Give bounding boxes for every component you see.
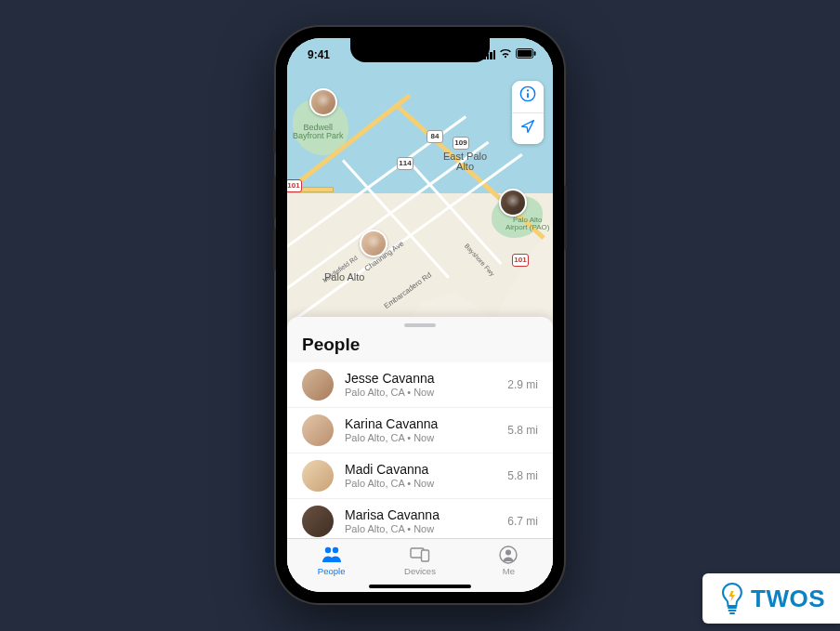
person-pin[interactable] — [360, 230, 387, 257]
tab-label: Devices — [404, 566, 436, 576]
route-shield: 101 — [287, 179, 302, 192]
svg-point-7 — [332, 547, 337, 553]
person-row[interactable]: Jesse Cavanna Palo Alto, CA • Now 2.9 mi — [287, 362, 553, 408]
location-arrow-icon — [520, 119, 535, 138]
avatar — [302, 506, 334, 537]
map-label-city: East Palo Alto — [443, 151, 487, 173]
person-info: Madi Cavanna Palo Alto, CA • Now — [345, 462, 496, 489]
people-sheet[interactable]: People Jesse Cavanna Palo Alto, CA • Now… — [287, 317, 553, 538]
person-info: Karina Cavanna Palo Alto, CA • Now — [345, 416, 496, 443]
lightbulb-icon — [719, 582, 745, 615]
side-button-power — [564, 185, 567, 250]
info-circle-icon — [519, 85, 536, 107]
svg-rect-1 — [518, 49, 532, 56]
svg-point-6 — [324, 547, 330, 553]
map-controls — [512, 81, 544, 144]
people-icon — [321, 545, 343, 565]
person-info: Jesse Cavanna Palo Alto, CA • Now — [345, 371, 496, 398]
map-info-button[interactable] — [512, 81, 544, 112]
person-name: Jesse Cavanna — [345, 371, 496, 386]
route-shield: 114 — [397, 157, 413, 170]
notch — [350, 38, 490, 62]
person-distance: 6.7 mi — [507, 515, 538, 528]
phone-frame: 9:41 — [276, 27, 564, 603]
avatar — [302, 414, 334, 446]
route-shield: 84 — [427, 130, 443, 143]
svg-point-4 — [527, 89, 529, 91]
person-distance: 2.9 mi — [507, 378, 538, 391]
tab-people[interactable]: People — [287, 539, 375, 583]
devices-icon — [410, 545, 430, 565]
person-subtitle: Palo Alto, CA • Now — [345, 432, 496, 443]
route-shield: 101 — [512, 254, 529, 267]
watermark-text: TWOS — [751, 585, 825, 613]
person-row[interactable]: Marisa Cavanna Palo Alto, CA • Now 6.7 m… — [287, 499, 553, 538]
tab-me[interactable]: Me — [465, 539, 553, 583]
home-indicator[interactable] — [369, 585, 471, 588]
tab-devices[interactable]: Devices — [375, 539, 464, 583]
map-label-airport: Palo Alto Airport (PAO) — [505, 217, 549, 232]
canvas: 9:41 — [0, 0, 840, 631]
person-info: Marisa Cavanna Palo Alto, CA • Now — [345, 507, 496, 534]
avatar — [302, 460, 334, 492]
person-pin[interactable] — [309, 88, 337, 116]
person-row[interactable]: Karina Cavanna Palo Alto, CA • Now 5.8 m… — [287, 408, 553, 454]
person-distance: 5.8 mi — [507, 424, 538, 437]
status-time: 9:41 — [308, 48, 330, 61]
person-subtitle: Palo Alto, CA • Now — [345, 478, 496, 489]
svg-rect-2 — [534, 51, 536, 56]
svg-rect-5 — [527, 93, 529, 98]
person-name: Madi Cavanna — [345, 462, 496, 477]
sheet-title: People — [287, 331, 553, 362]
sheet-grabber[interactable] — [404, 323, 436, 327]
map-locate-button[interactable] — [512, 112, 544, 144]
side-button-silent — [273, 129, 276, 153]
map-label-freeway: Bayshore Fwy — [464, 242, 496, 277]
person-name: Karina Cavanna — [345, 416, 496, 431]
tab-label: Me — [503, 566, 515, 576]
person-subtitle: Palo Alto, CA • Now — [345, 387, 496, 398]
person-distance: 5.8 mi — [507, 469, 538, 482]
side-button-volume-up — [273, 176, 276, 218]
side-button-volume-down — [273, 228, 276, 270]
svg-point-11 — [505, 550, 511, 556]
status-right — [483, 48, 536, 61]
tab-label: People — [318, 566, 346, 576]
screen: 9:41 — [287, 38, 553, 592]
watermark-badge: TWOS — [702, 573, 840, 624]
people-list: Jesse Cavanna Palo Alto, CA • Now 2.9 mi… — [287, 362, 553, 538]
avatar — [302, 369, 334, 401]
battery-full-icon — [516, 48, 536, 61]
route-shield: 109 — [453, 137, 469, 150]
map-label-park: Bedwell Bayfront Park — [293, 124, 344, 141]
person-pin[interactable] — [499, 189, 527, 217]
person-row[interactable]: Madi Cavanna Palo Alto, CA • Now 5.8 mi — [287, 454, 553, 499]
person-subtitle: Palo Alto, CA • Now — [345, 523, 496, 534]
wifi-icon — [499, 48, 512, 61]
person-name: Marisa Cavanna — [345, 507, 496, 522]
me-icon — [499, 545, 518, 565]
svg-rect-9 — [421, 550, 428, 561]
